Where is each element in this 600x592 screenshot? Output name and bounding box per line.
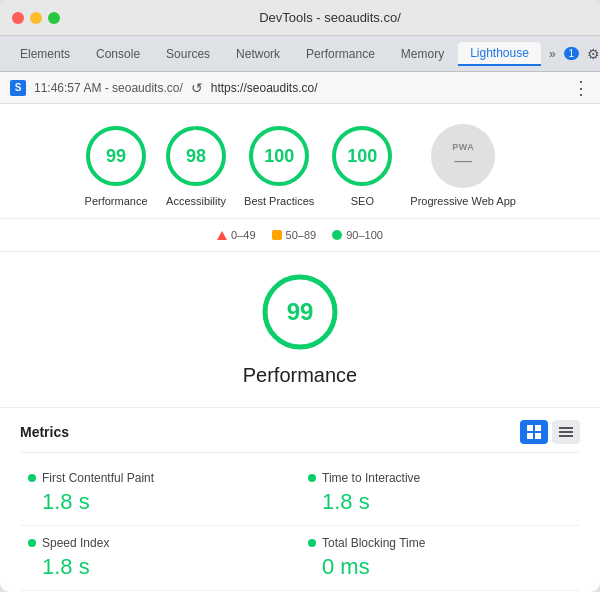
tab-lighthouse[interactable]: Lighthouse (458, 42, 541, 66)
toggle-list-button[interactable] (552, 420, 580, 444)
tab-elements[interactable]: Elements (8, 43, 82, 65)
tabs-right-controls: 1 ⚙ ⋮ (564, 46, 600, 62)
tab-performance[interactable]: Performance (294, 43, 387, 65)
perf-circle: 99 (260, 272, 340, 352)
score-label-accessibility: Accessibility (166, 194, 226, 208)
metric-dot-fcp (28, 474, 36, 482)
minimize-button[interactable] (30, 12, 42, 24)
score-value-seo: 100 (347, 146, 377, 167)
url-more-icon[interactable]: ⋮ (572, 79, 590, 97)
metric-tti: Time to Interactive 1.8 s (300, 461, 580, 526)
scores-section: 99 Performance 98 Accessibility (0, 104, 600, 219)
toggle-grid-button[interactable] (520, 420, 548, 444)
metric-tbt: Total Blocking Time 0 ms (300, 526, 580, 591)
perf-title: Performance (243, 364, 358, 387)
perf-score-value: 99 (287, 298, 314, 326)
metric-label-fcp: First Contentful Paint (42, 471, 154, 485)
url-bar: S 11:46:57 AM - seoaudits.co/ ↺ https://… (0, 72, 600, 104)
settings-icon[interactable]: ⚙ (587, 46, 600, 62)
score-best-practices: 100 Best Practices (244, 124, 314, 208)
devtools-window: DevTools - seoaudits.co/ Elements Consol… (0, 0, 600, 592)
score-label-seo: SEO (351, 194, 374, 208)
score-label-best-practices: Best Practices (244, 194, 314, 208)
metric-label-tbt: Total Blocking Time (322, 536, 425, 550)
metric-value-tbt: 0 ms (308, 554, 572, 580)
score-accessibility: 98 Accessibility (164, 124, 228, 208)
score-pwa: PWA — Progressive Web App (410, 124, 516, 208)
metric-dot-si (28, 539, 36, 547)
legend-green-label: 90–100 (346, 229, 383, 241)
svg-rect-10 (527, 425, 533, 431)
metrics-grid: First Contentful Paint 1.8 s Time to Int… (20, 461, 580, 592)
metrics-toggle (520, 420, 580, 444)
tab-memory[interactable]: Memory (389, 43, 456, 65)
metric-value-fcp: 1.8 s (28, 489, 292, 515)
legend-orange: 50–89 (272, 229, 317, 241)
window-title: DevTools - seoaudits.co/ (72, 10, 588, 25)
main-content: 99 Performance 98 Accessibility (0, 104, 600, 592)
score-value-best-practices: 100 (264, 146, 294, 167)
legend-green-icon (332, 230, 342, 240)
legend-green: 90–100 (332, 229, 383, 241)
favicon: S (10, 80, 26, 96)
legend-orange-label: 50–89 (286, 229, 317, 241)
metric-fcp: First Contentful Paint 1.8 s (20, 461, 300, 526)
metric-value-si: 1.8 s (28, 554, 292, 580)
metric-label-tti: Time to Interactive (322, 471, 420, 485)
metrics-title: Metrics (20, 424, 69, 440)
svg-rect-14 (559, 427, 573, 429)
tabs-bar: Elements Console Sources Network Perform… (0, 36, 600, 72)
url-display[interactable]: https://seoaudits.co/ (211, 81, 564, 95)
score-value-accessibility: 98 (186, 146, 206, 167)
perf-section: 99 Performance (0, 252, 600, 408)
legend: 0–49 50–89 90–100 (0, 219, 600, 252)
svg-rect-13 (535, 433, 541, 439)
title-bar: DevTools - seoaudits.co/ (0, 0, 600, 36)
svg-rect-16 (559, 435, 573, 437)
metric-si: Speed Index 1.8 s (20, 526, 300, 591)
metric-label-si: Speed Index (42, 536, 109, 550)
notifications-badge[interactable]: 1 (564, 47, 580, 60)
legend-orange-icon (272, 230, 282, 240)
score-performance: 99 Performance (84, 124, 148, 208)
pwa-icon: PWA — (431, 124, 495, 188)
tab-network[interactable]: Network (224, 43, 292, 65)
tab-console[interactable]: Console (84, 43, 152, 65)
score-circle-accessibility: 98 (164, 124, 228, 188)
metric-dot-tbt (308, 539, 316, 547)
score-label-performance: Performance (85, 194, 148, 208)
score-circle-seo: 100 (330, 124, 394, 188)
traffic-lights (12, 12, 60, 24)
metrics-header: Metrics (20, 408, 580, 453)
svg-rect-15 (559, 431, 573, 433)
maximize-button[interactable] (48, 12, 60, 24)
timestamp: 11:46:57 AM - seoaudits.co/ (34, 81, 183, 95)
score-circle-best-practices: 100 (247, 124, 311, 188)
tab-sources[interactable]: Sources (154, 43, 222, 65)
svg-rect-12 (527, 433, 533, 439)
metrics-section: Metrics (0, 408, 600, 592)
legend-red-label: 0–49 (231, 229, 255, 241)
reload-icon[interactable]: ↺ (191, 80, 203, 96)
metric-dot-tti (308, 474, 316, 482)
metric-value-tti: 1.8 s (308, 489, 572, 515)
svg-rect-11 (535, 425, 541, 431)
more-tabs-button[interactable]: » (543, 43, 562, 65)
score-circle-performance: 99 (84, 124, 148, 188)
score-label-pwa: Progressive Web App (410, 194, 516, 208)
score-value-performance: 99 (106, 146, 126, 167)
legend-red: 0–49 (217, 229, 255, 241)
score-seo: 100 SEO (330, 124, 394, 208)
close-button[interactable] (12, 12, 24, 24)
legend-red-icon (217, 231, 227, 240)
